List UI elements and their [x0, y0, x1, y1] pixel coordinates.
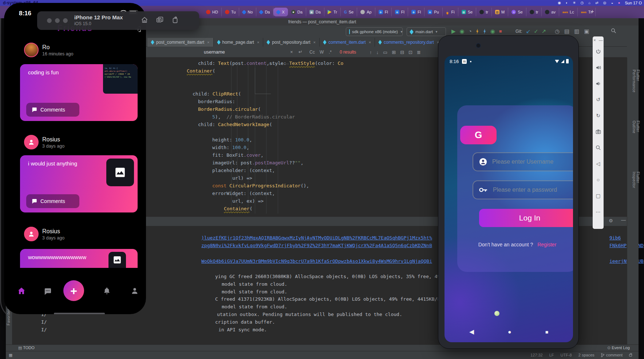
- prev-match-icon[interactable]: ↑: [370, 50, 372, 55]
- tool-stripe-flutter-performance[interactable]: Flutter Performance: [632, 70, 640, 93]
- browser-tab[interactable]: No: [239, 8, 256, 16]
- simulator-home-icon[interactable]: [141, 16, 149, 24]
- stop-icon[interactable]: ■: [499, 28, 502, 34]
- commit-icon[interactable]: ✓: [534, 28, 538, 34]
- browser-tab[interactable]: ◆Fl: [392, 8, 408, 16]
- add-occurrence-icon[interactable]: ⊞: [392, 50, 396, 55]
- hot-reload-icon[interactable]: [476, 29, 479, 34]
- editor-tab[interactable]: comment_item.dart×: [320, 38, 375, 47]
- close-tab-icon[interactable]: ×: [369, 40, 371, 44]
- hot-restart-icon[interactable]: [483, 29, 486, 34]
- browser-tab[interactable]: X: [273, 8, 288, 16]
- device-selector[interactable]: sdk gphone x86 (mobile) ▼: [346, 27, 403, 36]
- profile-icon[interactable]: ◔: [469, 28, 472, 34]
- browser-tab[interactable]: tr: [476, 8, 492, 16]
- browser-tab[interactable]: av: [542, 8, 559, 16]
- browser-tab[interactable]: Ap: [357, 8, 375, 16]
- editor-tab[interactable]: post_repository.dart×: [263, 38, 320, 47]
- register-link[interactable]: Register: [537, 242, 556, 247]
- browser-tab[interactable]: ▥M: [492, 8, 508, 16]
- layout-bottom-icon[interactable]: ▥: [574, 28, 579, 34]
- search-everywhere-icon[interactable]: [611, 28, 616, 34]
- comments-button[interactable]: Comments: [26, 194, 79, 208]
- tool-stripe-flutter-outline[interactable]: Flutter Outline: [632, 121, 640, 133]
- console-link-fragment[interactable]: 9ib6: [609, 235, 621, 241]
- editor-tab[interactable]: comments_repository.dart×: [375, 38, 443, 47]
- browser-tab[interactable]: Da: [256, 8, 273, 16]
- tool-stripe-flutter-inspector[interactable]: Flutter Inspector: [632, 172, 640, 188]
- emulator-settings-gear-icon[interactable]: ⚙: [609, 218, 613, 223]
- close-tab-icon[interactable]: ×: [313, 40, 316, 44]
- screenshot-icon[interactable]: [593, 126, 604, 137]
- android-back-button[interactable]: ◀: [469, 328, 474, 336]
- minimize-emulator-icon[interactable]: —: [599, 38, 603, 42]
- back-icon[interactable]: ◁: [593, 158, 604, 169]
- browser-tab[interactable]: ûSe: [508, 8, 526, 16]
- volume-down-icon[interactable]: [593, 78, 604, 89]
- indent-setting[interactable]: 2 spaces: [578, 353, 594, 357]
- console-link-line[interactable]: zpg8N0vi%2FkvkfvLqo9VkgFwdD7rjFbyb%2F9Z%…: [201, 243, 432, 248]
- browser-tab[interactable]: ★Da: [288, 8, 306, 16]
- run-icon[interactable]: ▶: [451, 28, 456, 34]
- debug-icon[interactable]: ◉: [460, 28, 465, 34]
- notifications-tab-icon[interactable]: [103, 287, 111, 295]
- multiline-icon[interactable]: ≣: [417, 50, 421, 55]
- post-avatar[interactable]: [24, 43, 39, 57]
- match-case-toggle[interactable]: Cc: [309, 50, 315, 55]
- update-project-icon[interactable]: ↙: [526, 28, 531, 34]
- post-avatar[interactable]: [24, 135, 39, 149]
- select-all-icon[interactable]: ▭: [383, 50, 387, 55]
- iphone-screen[interactable]: 8:16 Friends Ro16 minutes agocoding is f…: [4, 3, 146, 314]
- close-emulator-icon[interactable]: ×: [593, 38, 596, 42]
- minimize-simulator-button[interactable]: [55, 18, 60, 23]
- post-avatar[interactable]: [24, 227, 39, 241]
- browser-tab[interactable]: ◆Pu: [424, 8, 442, 16]
- search-input[interactable]: username: [204, 49, 225, 55]
- console-link-line[interactable]: WoOkO4b6iGVJa7UUmN3rBMm9bVIcN9q3bcrU7a9h…: [201, 258, 432, 264]
- more-icon[interactable]: ⋯: [593, 206, 604, 217]
- google-signin-button[interactable]: G: [460, 126, 497, 144]
- zoom-simulator-button[interactable]: [63, 18, 68, 23]
- browser-tab[interactable]: ◆Fl: [408, 8, 424, 16]
- close-tab-icon[interactable]: ×: [207, 40, 209, 44]
- chat-tab-icon[interactable]: [43, 287, 52, 296]
- emulator-screen[interactable]: 8:16 31 G Please enter Username Please e…: [445, 56, 573, 342]
- browser-tab[interactable]: HD: [203, 8, 222, 16]
- enter-icon[interactable]: ↵: [299, 49, 303, 55]
- browser-tab[interactable]: tr: [526, 8, 542, 16]
- tool-stripe-favorites[interactable]: Favorites: [7, 309, 11, 325]
- git-branch[interactable]: comment: [601, 353, 623, 357]
- editor-tab[interactable]: home_page.dart×: [214, 38, 264, 47]
- android-recents-button[interactable]: ■: [545, 329, 548, 335]
- todo-tool-button[interactable]: ▤ TODO: [18, 346, 35, 350]
- home-icon[interactable]: ○: [593, 174, 604, 185]
- browser-tab[interactable]: ◆Fl: [375, 8, 392, 16]
- power-icon[interactable]: [593, 46, 604, 57]
- comments-button[interactable]: Comments: [26, 103, 79, 117]
- event-log-button[interactable]: ⊙ Event Log: [607, 346, 630, 350]
- new-tab-button[interactable]: +: [588, 8, 597, 16]
- home-tab-icon[interactable]: [17, 286, 26, 295]
- profile-tab-icon[interactable]: [131, 287, 139, 295]
- password-field[interactable]: Please enter a password: [473, 180, 573, 199]
- file-encoding[interactable]: UTF-8: [561, 353, 572, 357]
- overview-icon[interactable]: ▢: [593, 190, 604, 201]
- console-link-line[interactable]: )luezEfKEjr1Qf23hMqxAQIRBABGqwxMzIyNjAyN…: [201, 235, 432, 241]
- next-match-icon[interactable]: ↓: [376, 50, 379, 55]
- rotate-right-icon[interactable]: ↻: [593, 110, 604, 121]
- flutter-attach-icon[interactable]: ◉: [490, 28, 495, 34]
- add-post-button[interactable]: +: [63, 280, 84, 301]
- browser-tab[interactable]: ▣Da: [306, 8, 324, 16]
- login-button[interactable]: Log In: [479, 209, 573, 227]
- push-icon[interactable]: ↗: [542, 28, 546, 34]
- history-icon[interactable]: ◷: [555, 28, 560, 34]
- quick-access-icon[interactable]: ▦: [9, 353, 12, 358]
- post-card[interactable]: wowwwwwwwwwwwww: [20, 249, 138, 268]
- android-home-button[interactable]: ●: [508, 329, 511, 335]
- home-indicator[interactable]: [54, 313, 105, 314]
- close-simulator-button[interactable]: [47, 18, 52, 23]
- close-search-icon[interactable]: ×: [290, 49, 293, 55]
- simulator-rotate-icon[interactable]: [171, 16, 179, 24]
- rotate-left-icon[interactable]: ↺: [593, 94, 604, 105]
- zoom-icon[interactable]: [593, 142, 604, 153]
